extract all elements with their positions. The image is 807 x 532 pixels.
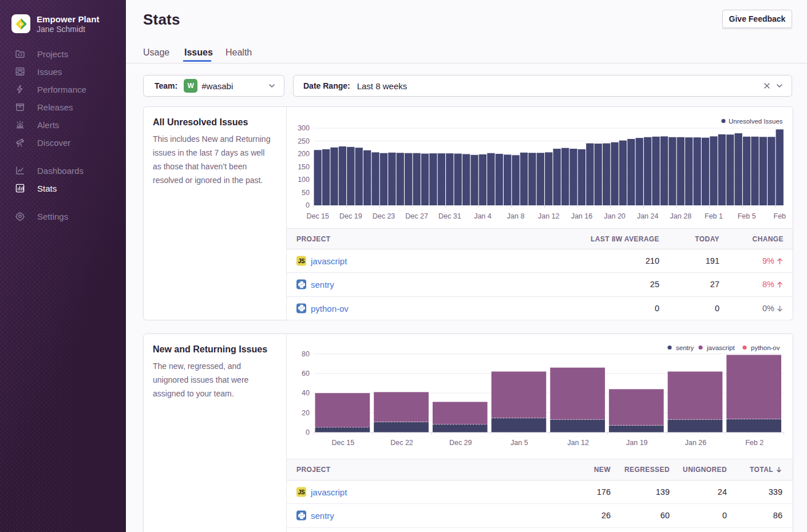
svg-text:Dec 23: Dec 23 (373, 212, 395, 220)
svg-text:Jan 26: Jan 26 (685, 439, 707, 447)
svg-text:250: 250 (298, 137, 310, 145)
svg-text:Jan 4: Jan 4 (474, 212, 492, 220)
svg-text:60: 60 (302, 370, 310, 378)
svg-text:Feb 2: Feb 2 (745, 439, 764, 447)
svg-text:Jan 12: Jan 12 (567, 439, 589, 447)
svg-text:Dec 31: Dec 31 (438, 212, 461, 220)
svg-text:Dec 15: Dec 15 (332, 439, 355, 447)
svg-text:Dec 27: Dec 27 (405, 212, 428, 220)
svg-text:Dec 15: Dec 15 (306, 212, 329, 220)
svg-text:100: 100 (298, 176, 310, 184)
svg-text:0: 0 (306, 428, 310, 436)
svg-text:Jan 24: Jan 24 (637, 212, 659, 220)
svg-text:Jan 16: Jan 16 (571, 212, 593, 220)
svg-text:Jan 20: Jan 20 (604, 212, 626, 220)
svg-text:Feb 5: Feb 5 (738, 212, 756, 220)
svg-text:Feb 1: Feb 1 (705, 212, 723, 220)
svg-text:Feb: Feb (774, 212, 786, 220)
svg-text:Jan 19: Jan 19 (626, 439, 648, 447)
svg-text:20: 20 (302, 409, 310, 417)
svg-text:sentry: sentry (676, 344, 694, 351)
svg-text:150: 150 (298, 163, 310, 171)
svg-text:200: 200 (298, 150, 310, 158)
svg-text:40: 40 (302, 389, 310, 397)
svg-text:Jan 8: Jan 8 (507, 212, 525, 220)
svg-text:50: 50 (302, 189, 310, 197)
svg-text:Jan 5: Jan 5 (511, 439, 528, 447)
svg-text:Dec 19: Dec 19 (339, 212, 362, 220)
svg-text:0: 0 (306, 201, 310, 209)
svg-text:300: 300 (298, 124, 310, 132)
svg-text:Unresolved Issues: Unresolved Issues (729, 118, 783, 125)
svg-text:80: 80 (302, 350, 310, 358)
svg-text:Dec 22: Dec 22 (390, 439, 413, 447)
svg-text:javascript: javascript (706, 344, 735, 351)
svg-text:python-ov: python-ov (751, 344, 780, 351)
svg-text:Jan 12: Jan 12 (538, 212, 560, 220)
svg-text:Jan 28: Jan 28 (670, 212, 692, 220)
svg-text:Dec 29: Dec 29 (449, 439, 472, 447)
